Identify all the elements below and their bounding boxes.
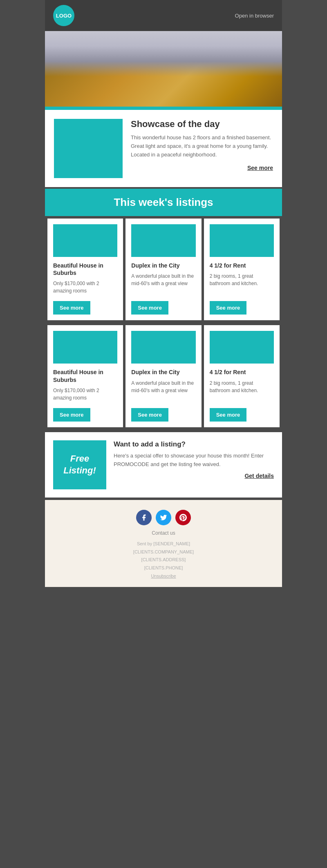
free-listing-description: Here's a special offer to showcase your … (114, 452, 274, 469)
listing-see-more-6[interactable]: See more (210, 408, 247, 422)
footer-address: [CLIENTS.ADDRESS] (53, 556, 274, 564)
listing-title-1: Beautiful House in Suburbs (53, 262, 117, 277)
listing-see-more-2[interactable]: See more (131, 301, 168, 315)
twitter-icon[interactable] (156, 510, 171, 525)
footer-contact[interactable]: Contact us (53, 530, 274, 536)
listing-card-4: Beautiful House in Suburbs Only $170,000… (47, 325, 123, 427)
listing-image-4 (53, 331, 117, 364)
free-listing-box: Free Listing! (53, 440, 106, 489)
showcase-section: Showcase of the day This wonderful house… (45, 110, 282, 187)
listings-grid-row2: Beautiful House in Suburbs Only $170,000… (45, 323, 282, 429)
showcase-description: This wonderful house has 2 floors and a … (131, 134, 273, 159)
listing-desc-2: A wonderful place built in the mid-60's … (131, 272, 195, 295)
pinterest-icon[interactable] (175, 510, 191, 525)
get-details-link[interactable]: Get details (114, 473, 274, 479)
listing-image-5 (131, 331, 195, 364)
listing-desc-4: Only $170,000 with 2 amazing rooms (53, 387, 117, 402)
footer-unsubscribe[interactable]: Unsubscribe (53, 572, 274, 580)
showcase-image (54, 119, 123, 178)
free-listing-content: Want to add a listing? Here's a special … (114, 440, 274, 480)
listing-image-2 (131, 224, 195, 257)
listing-card-5: Duplex in the City A wonderful place bui… (125, 325, 201, 427)
free-listing-box-text: Free Listing! (53, 453, 106, 476)
listing-see-more-1[interactable]: See more (53, 301, 90, 315)
listing-card-3: 4 1/2 for Rent 2 big rooms, 1 great bath… (204, 219, 280, 320)
listing-see-more-3[interactable]: See more (210, 301, 247, 315)
listing-title-2: Duplex in the City (131, 262, 195, 269)
logo: LOGO (53, 5, 74, 26)
listings-title: This week's listings (114, 196, 213, 208)
listing-card-6: 4 1/2 for Rent 2 big rooms, 1 great bath… (204, 325, 280, 427)
social-icons (53, 510, 274, 525)
open-in-browser-link[interactable]: Open in browser (235, 13, 274, 19)
listing-title-3: 4 1/2 for Rent (210, 262, 274, 269)
listing-title-4: Beautiful House in Suburbs (53, 368, 117, 383)
listings-grid-row1: Beautiful House in Suburbs Only $170,000… (45, 216, 282, 323)
listing-see-more-5[interactable]: See more (131, 408, 168, 422)
footer-info: Sent by [SENDER_NAME] [CLIENTS.COMPANY_N… (53, 540, 274, 580)
teal-divider (45, 107, 282, 110)
free-listing-title: Want to add a listing? (114, 440, 274, 449)
hero-image (45, 31, 282, 107)
listing-image-3 (210, 224, 274, 257)
listing-image-1 (53, 224, 117, 257)
listing-image-6 (210, 331, 274, 364)
listing-desc-3: 2 big rooms, 1 great bathroom and kitche… (210, 272, 274, 295)
listing-desc-1: Only $170,000 with 2 amazing rooms (53, 280, 117, 295)
email-header: LOGO Open in browser (45, 0, 282, 31)
free-listing-section: Free Listing! Want to add a listing? Her… (45, 432, 282, 498)
listing-see-more-4[interactable]: See more (53, 408, 90, 422)
listing-desc-5: A wonderful place built in the mid-60's … (131, 379, 195, 402)
listings-header: This week's listings (45, 189, 282, 216)
listing-title-5: Duplex in the City (131, 368, 195, 376)
showcase-title: Showcase of the day (131, 119, 273, 129)
footer-sender: Sent by [SENDER_NAME] (53, 540, 274, 548)
showcase-see-more[interactable]: See more (131, 165, 273, 171)
showcase-content: Showcase of the day This wonderful house… (131, 119, 273, 171)
email-footer: Contact us Sent by [SENDER_NAME] [CLIENT… (45, 500, 282, 587)
facebook-icon[interactable] (136, 510, 152, 525)
listing-desc-6: 2 big rooms, 1 great bathroom and kitche… (210, 379, 274, 402)
footer-phone: [CLIENTS.PHONE] (53, 564, 274, 572)
listing-title-6: 4 1/2 for Rent (210, 368, 274, 376)
footer-company: [CLIENTS.COMPANY_NAME] (53, 548, 274, 556)
listing-card-2: Duplex in the City A wonderful place bui… (125, 219, 201, 320)
listing-card-1: Beautiful House in Suburbs Only $170,000… (47, 219, 123, 320)
